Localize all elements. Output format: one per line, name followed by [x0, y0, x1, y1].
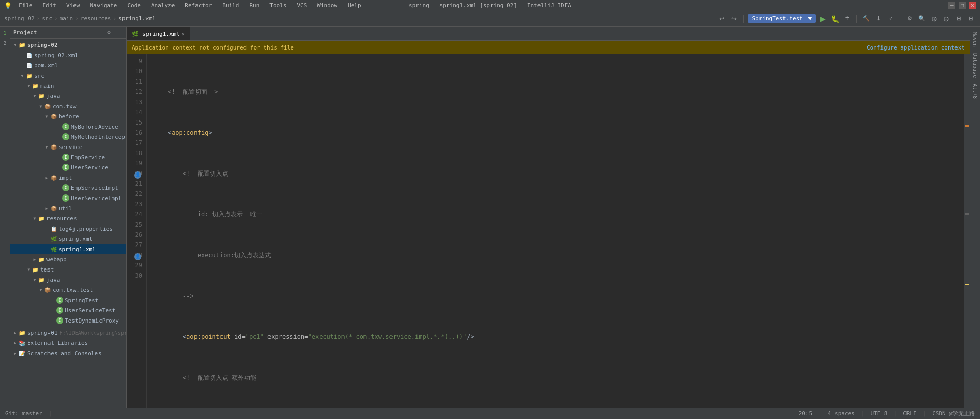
tree-item-scratches[interactable]: ▶ 📝 Scratches and Consoles [10, 348, 126, 358]
build-button[interactable]: 🔨 [861, 14, 871, 24]
close-button[interactable]: ✕ [969, 2, 976, 9]
project-tab-icon[interactable]: 1 [1, 29, 10, 38]
tree-item-mymethodinterceptor[interactable]: ▶ C MyMethodInterceptor [10, 132, 126, 142]
tree-item-java-test[interactable]: ▼ 📁 java [10, 275, 126, 285]
breadcrumb-project[interactable]: spring-02 [4, 15, 35, 22]
tree-item-userservice[interactable]: ▶ I UserService [10, 162, 126, 172]
structure-tab-icon[interactable]: 2 [1, 39, 10, 48]
menu-tools[interactable]: Tools [266, 1, 289, 10]
database-tab[interactable]: Database [971, 50, 979, 81]
tree-item-src[interactable]: ▼ 📁 src [10, 70, 126, 81]
undo-button[interactable]: ↩ [717, 14, 727, 24]
project-collapse-button[interactable]: — [115, 29, 123, 37]
menu-view[interactable]: View [63, 1, 83, 10]
tree-path-spring01: F:\IDEAWork\spring\spring-01 [60, 330, 126, 336]
tree-label-spring02xml: spring-02.xml [34, 52, 78, 59]
tree-item-empserviceimpl[interactable]: ▶ C EmpServiceImpl [10, 183, 126, 193]
tree-item-pomxml[interactable]: ▶ 📄 pom.xml [10, 60, 126, 70]
tree-item-impl[interactable]: ▶ 📦 impl [10, 172, 126, 183]
menu-analyze[interactable]: Analyze [148, 1, 178, 10]
tree-item-extlibs[interactable]: ▶ 📚 External Libraries [10, 338, 126, 348]
settings-button[interactable]: ⚙ [904, 14, 915, 24]
line-num-19: 19 [127, 158, 142, 168]
tree-item-util[interactable]: ▶ 📦 util [10, 203, 126, 213]
minimize-button[interactable]: ─ [948, 2, 955, 9]
menu-vcs[interactable]: VCS [293, 1, 310, 10]
right-scroll-gutter[interactable] [964, 54, 970, 408]
menu-code[interactable]: Code [124, 1, 144, 10]
menu-navigate[interactable]: Navigate [87, 1, 120, 10]
tree-item-spring1xml[interactable]: ▶ 🌿 spring1.xml [10, 244, 126, 254]
gutter-mark-error [965, 125, 969, 127]
tree-item-empservice[interactable]: ▶ I EmpService [10, 152, 126, 162]
alt8-tab[interactable]: Alt+8 [971, 81, 979, 102]
layout-button[interactable]: ⊞ [953, 14, 964, 24]
tree-item-java[interactable]: ▼ 📁 java [10, 91, 126, 101]
restore-layout-button[interactable]: ⊟ [966, 14, 976, 24]
title-bar-controls: ─ □ ✕ [948, 2, 976, 9]
zoom-out-button[interactable]: ⊖ [941, 14, 951, 24]
tree-item-test[interactable]: ▼ 📁 test [10, 264, 126, 275]
tree-item-spring02xml[interactable]: ▶ 📄 spring-02.xml [10, 50, 126, 60]
breadcrumb-resources[interactable]: resources [81, 15, 111, 22]
tree-item-comtxwtest[interactable]: ▼ 📦 com.txw.test [10, 285, 126, 295]
tab-icon-spring1xml: 🌿 [132, 30, 139, 37]
menu-window[interactable]: Window [314, 1, 340, 10]
debug-button[interactable]: 🐛 [830, 14, 840, 24]
run-config-selector[interactable]: SpringTest.test ▼ [748, 14, 816, 23]
tree-label-java: java [46, 93, 60, 100]
tree-item-service[interactable]: ▼ 📦 service [10, 142, 126, 152]
line-separator-label[interactable]: CRLF [903, 410, 917, 417]
menu-refactor[interactable]: Refactor [182, 1, 215, 10]
tree-item-webapp[interactable]: ▶ 📁 webapp [10, 254, 126, 264]
tree-item-log4j[interactable]: ▶ 📋 log4j.properties [10, 224, 126, 234]
coverage-button[interactable]: ☂ [842, 14, 852, 24]
tree-item-spring02[interactable]: ▼ 📁 spring-02 [10, 40, 126, 50]
tab-spring1xml[interactable]: 🌿 spring1.xml ✕ [127, 27, 190, 40]
menu-help[interactable]: Help [345, 1, 364, 10]
folder-icon-util: 📦 [50, 205, 57, 212]
arrow-spacer3: ▶ [56, 124, 62, 130]
breadcrumb-src[interactable]: src [42, 15, 52, 22]
search-everywhere-button[interactable]: 🔍 [917, 14, 927, 24]
tree-item-userserviceimpl[interactable]: ▶ C UserServiceImpl [10, 193, 126, 203]
tree-item-userservicetest[interactable]: ▶ C UserServiceTest [10, 305, 126, 315]
tree-item-springtest[interactable]: ▶ C SpringTest [10, 295, 126, 305]
tree-item-comtxw[interactable]: ▼ 📦 com.txw [10, 101, 126, 111]
vcs-update-button[interactable]: ⬇ [873, 14, 884, 24]
maven-tab[interactable]: Maven [971, 29, 979, 50]
redo-button[interactable]: ↪ [729, 14, 739, 24]
tree-item-testdynamicproxy[interactable]: ▶ C TestDynamicProxy [10, 315, 126, 326]
arrow-spring01: ▶ [12, 330, 18, 336]
code-content[interactable]: <!--配置切面--> <aop:config> <!--配置切入点 id: 切… [147, 54, 964, 408]
breadcrumb-file[interactable]: spring1.xml [118, 15, 156, 22]
zoom-in-button[interactable]: ⊕ [929, 14, 939, 24]
code-editor[interactable]: 9 10 11 12 13 14 15 16 17 18 19 👤 20 21 … [127, 54, 970, 408]
restore-button[interactable]: □ [959, 2, 966, 9]
tree-item-springxml[interactable]: ▶ 🌿 spring.xml [10, 234, 126, 244]
java-icon-userservicetest: C [56, 307, 63, 314]
vcs-commit-button[interactable]: ✓ [886, 14, 896, 24]
menu-edit[interactable]: Edit [40, 1, 60, 10]
project-settings-button[interactable]: ⚙ [105, 29, 113, 37]
status-separator-3: | [861, 410, 865, 417]
folder-icon-impl: 📦 [50, 174, 57, 181]
indent-label[interactable]: 4 spaces [828, 410, 855, 417]
run-toolbar: ↩ ↪ SpringTest.test ▼ ▶ 🐛 ☂ 🔨 ⬇ ✓ ⚙ 🔍 ⊕ … [717, 14, 976, 24]
tab-close-spring1xml[interactable]: ✕ [182, 31, 185, 37]
tree-item-main[interactable]: ▼ 📁 main [10, 81, 126, 91]
tree-item-spring01[interactable]: ▶ 📁 spring-01 F:\IDEAWork\spring\spring-… [10, 328, 126, 338]
menu-build[interactable]: Build [219, 1, 242, 10]
configure-context-link[interactable]: Configure application context [867, 44, 965, 51]
tree-item-before[interactable]: ▼ 📦 before [10, 111, 126, 121]
code-line-16: <!--配置切入点 额外功能 [153, 373, 964, 383]
breadcrumb-main[interactable]: main [60, 15, 74, 22]
menu-run[interactable]: Run [246, 1, 262, 10]
run-button[interactable]: ▶ [818, 14, 828, 24]
tree-item-resources[interactable]: ▼ 📁 resources [10, 213, 126, 224]
encoding-label[interactable]: UTF-8 [870, 410, 887, 417]
line-col-label[interactable]: 20:5 [799, 410, 813, 417]
git-branch-label[interactable]: Git: master [5, 410, 42, 417]
menu-file[interactable]: File [16, 1, 36, 10]
tree-item-mybofore[interactable]: ▶ C MyBoforeAdvice [10, 121, 126, 132]
